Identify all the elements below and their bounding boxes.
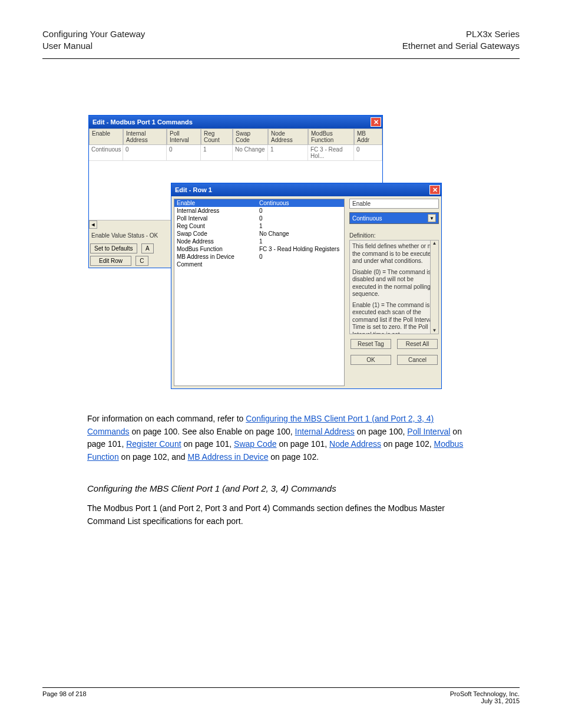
cell-modbus-function[interactable]: FC 3 - Read Hol... <box>308 145 354 161</box>
main-titlebar[interactable]: Edit - Modbus Port 1 Commands ✕ <box>89 116 382 129</box>
set-defaults-button[interactable]: Set to Defaults <box>90 243 137 253</box>
dialog-titlebar[interactable]: Edit - Row 1 ✕ <box>171 183 441 196</box>
cell-internal-address[interactable]: 0 <box>123 145 167 161</box>
section-heading: Configuring the MBS Client Port 1 (and P… <box>87 482 470 495</box>
dropdown-value: Continuous <box>352 215 382 222</box>
param-val: 0 <box>257 253 344 261</box>
param-key: Comment <box>174 261 257 268</box>
col-reg-count[interactable]: Reg Count <box>201 129 233 145</box>
text: on page 102, and <box>121 452 188 462</box>
text: For information on each command, refer t… <box>87 414 246 423</box>
param-key: Enable <box>174 199 257 207</box>
definition-label: Definition: <box>349 232 439 239</box>
param-val <box>257 261 344 268</box>
cell-poll-interval[interactable]: 0 <box>167 145 201 161</box>
cell-swap-code[interactable]: No Change <box>233 145 268 161</box>
text: on page 101, <box>279 439 329 449</box>
footer-rule <box>42 687 520 688</box>
text: on page 102, <box>384 439 434 449</box>
link-node-address[interactable]: Node Address <box>329 439 381 449</box>
param-val: FC 3 - Read Holding Registers <box>257 245 344 253</box>
col-node-address[interactable]: Node Address <box>268 129 308 145</box>
text: on page 100. See also Enable on page 100… <box>131 427 295 436</box>
param-val: 0 <box>257 215 344 222</box>
link-mb-address[interactable]: MB Address in Device <box>187 452 268 462</box>
main-title: Edit - Modbus Port 1 Commands <box>92 118 193 126</box>
reference-paragraph: For information on each command, refer t… <box>87 413 470 464</box>
page-footer: Page 98 of 218 ProSoft Technology, Inc. … <box>42 687 520 704</box>
chevron-down-icon[interactable]: ▼ <box>428 214 436 222</box>
param-row[interactable]: MB Address in Device0 <box>174 253 344 261</box>
header-rule <box>42 58 520 59</box>
param-key: Poll Interval <box>174 215 257 222</box>
cell-enable[interactable]: Continuous <box>89 145 123 161</box>
param-row[interactable]: ModBus FunctionFC 3 - Read Holding Regis… <box>174 245 344 253</box>
definition-scrollbar[interactable]: ▲ ▼ <box>430 241 438 334</box>
param-row[interactable]: Node Address1 <box>174 238 344 245</box>
grid-header: Enable Internal Address Poll Interval Re… <box>89 129 382 145</box>
link-poll-interval[interactable]: Poll Interval <box>407 427 450 436</box>
value-dropdown[interactable]: Continuous ▼ <box>349 212 439 224</box>
document-body: For information on each command, refer t… <box>87 413 470 528</box>
param-row[interactable]: Comment <box>174 261 344 268</box>
section-paragraph: The Modbus Port 1 (and Port 2, Port 3 an… <box>87 502 470 528</box>
cancel-button[interactable]: Cancel <box>397 355 438 365</box>
param-row[interactable]: Reg Count1 <box>174 222 344 230</box>
link-swap-code[interactable]: Swap Code <box>234 439 276 449</box>
param-val: 0 <box>257 207 344 215</box>
col-swap-code[interactable]: Swap Code <box>233 129 268 145</box>
scroll-up-icon[interactable]: ▲ <box>432 241 437 246</box>
col-poll-interval[interactable]: Poll Interval <box>167 129 201 145</box>
link-register-count[interactable]: Register Count <box>126 439 181 449</box>
header-left: Configuring Your Gateway User Manual <box>42 28 145 51</box>
text: on page 101, <box>183 439 234 449</box>
col-enable[interactable]: Enable <box>89 129 123 145</box>
cell-reg-count[interactable]: 1 <box>201 145 233 161</box>
param-row[interactable]: Swap CodeNo Change <box>174 230 344 238</box>
footer-page: Page 98 of 218 <box>42 690 87 697</box>
header-right-line2: Ethernet and Serial Gateways <box>402 40 520 52</box>
edit-row-button[interactable]: Edit Row <box>90 256 131 266</box>
param-key: Reg Count <box>174 222 257 230</box>
dialog-right-pane: Enable Continuous ▼ Definition: This fie… <box>347 196 441 388</box>
param-val: No Change <box>257 230 344 238</box>
col-mb-addr[interactable]: MB Addr <box>354 129 382 145</box>
footer-date: July 31, 2015 <box>481 697 520 704</box>
dialog-buttons-row2: OK Cancel <box>349 354 439 366</box>
a-button[interactable]: A <box>141 243 154 253</box>
edit-row-dialog: Edit - Row 1 ✕ Enable Continuous Interna… <box>171 183 442 389</box>
param-key: Node Address <box>174 238 257 245</box>
param-list[interactable]: Enable Continuous Internal Address0 Poll… <box>174 199 345 386</box>
cell-node-address[interactable]: 1 <box>268 145 308 161</box>
header-right: PLX3x Series Ethernet and Serial Gateway… <box>402 28 520 51</box>
cell-mb-addr[interactable]: 0 <box>354 145 382 161</box>
param-key: ModBus Function <box>174 245 257 253</box>
definition-para: Disable (0) = The command is disabled an… <box>352 269 436 298</box>
param-row[interactable]: Poll Interval0 <box>174 215 344 222</box>
param-key: MB Address in Device <box>174 253 257 261</box>
close-icon[interactable]: ✕ <box>429 185 440 195</box>
param-key: Internal Address <box>174 207 257 215</box>
dialog-title: Edit - Row 1 <box>175 186 212 193</box>
param-key: Swap Code <box>174 230 257 238</box>
link-internal-address[interactable]: Internal Address <box>295 427 355 436</box>
ok-button[interactable]: OK <box>351 355 391 365</box>
grid-row-1[interactable]: Continuous 0 0 1 No Change 1 FC 3 - Read… <box>89 145 382 161</box>
scroll-down-icon[interactable]: ▼ <box>432 328 437 334</box>
scroll-left-icon[interactable]: ◄ <box>89 220 97 229</box>
param-row-enable[interactable]: Enable Continuous <box>174 199 344 207</box>
param-val: 1 <box>257 222 344 230</box>
text: on page 102. <box>270 452 319 462</box>
c-button[interactable]: C <box>135 256 148 266</box>
page-header: Configuring Your Gateway User Manual PLX… <box>0 0 562 56</box>
col-internal-address[interactable]: Internal Address <box>123 129 167 145</box>
param-val: Continuous <box>257 199 344 207</box>
footer-company: ProSoft Technology, Inc. <box>450 690 520 697</box>
param-row[interactable]: Internal Address0 <box>174 207 344 215</box>
definition-para: This field defines whether or not the co… <box>352 243 436 265</box>
reset-all-button[interactable]: Reset All <box>397 339 438 349</box>
field-name-label: Enable <box>349 199 439 209</box>
col-modbus-function[interactable]: ModBus Function <box>308 129 354 145</box>
close-icon[interactable]: ✕ <box>371 117 381 127</box>
reset-tag-button[interactable]: Reset Tag <box>351 339 391 349</box>
